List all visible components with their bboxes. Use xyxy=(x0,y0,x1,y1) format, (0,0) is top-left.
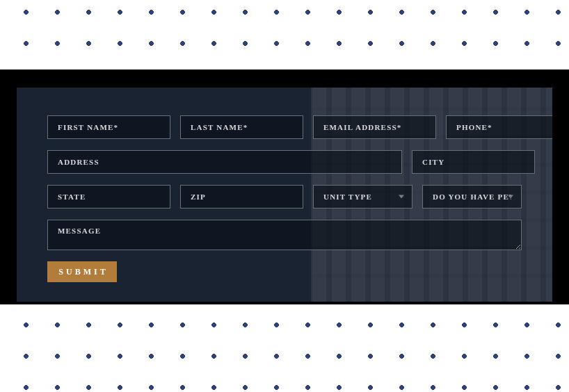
form-row-3: UNIT TYPE DO YOU HAVE PETS? xyxy=(47,185,522,209)
email-address-input[interactable] xyxy=(313,115,436,139)
phone-input[interactable] xyxy=(446,115,552,139)
last-name-input[interactable] xyxy=(180,115,303,139)
submit-button[interactable]: SUBMIT xyxy=(47,261,117,282)
first-name-input[interactable] xyxy=(47,115,170,139)
unit-type-select-wrap: UNIT TYPE xyxy=(313,185,412,209)
form-row-4 xyxy=(47,220,522,250)
form-row-1 xyxy=(47,115,522,139)
state-input[interactable] xyxy=(47,185,170,209)
city-input[interactable] xyxy=(412,150,535,174)
form-row-submit: SUBMIT xyxy=(47,261,522,282)
zip-input[interactable] xyxy=(180,185,303,209)
contact-form: UNIT TYPE DO YOU HAVE PETS? SUBMIT xyxy=(17,88,552,296)
form-row-2 xyxy=(47,150,522,174)
address-input[interactable] xyxy=(47,150,402,174)
contact-form-panel: UNIT TYPE DO YOU HAVE PETS? SUBMIT xyxy=(17,88,552,302)
unit-type-select[interactable]: UNIT TYPE xyxy=(313,185,412,209)
pets-select-wrap: DO YOU HAVE PETS? xyxy=(422,185,522,209)
pets-select[interactable]: DO YOU HAVE PETS? xyxy=(422,185,522,209)
message-textarea[interactable] xyxy=(47,220,522,250)
